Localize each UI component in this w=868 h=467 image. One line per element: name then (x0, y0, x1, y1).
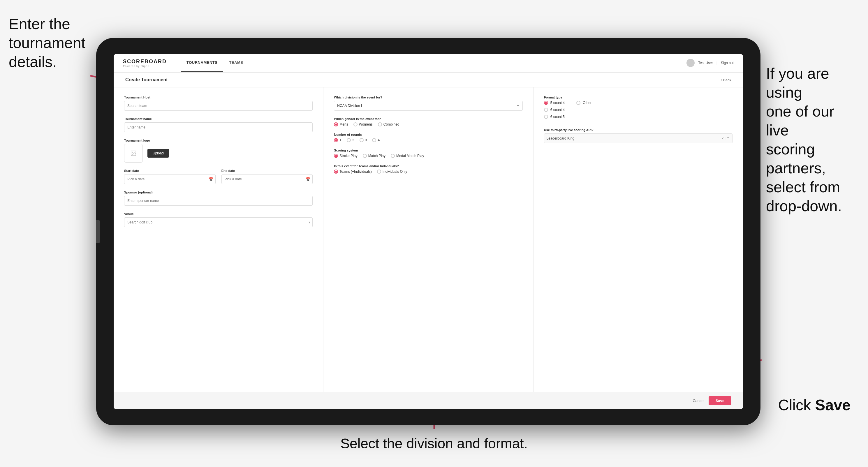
name-input[interactable] (124, 122, 313, 132)
venue-dropdown-icon: ▾ (309, 220, 310, 224)
team-teams[interactable]: Teams (+Individuals) (334, 169, 372, 174)
tablet: SCOREBOARD Powered by clippit TOURNAMENT… (96, 38, 761, 425)
team-label: Is this event for Teams and/or Individua… (334, 164, 522, 168)
back-link[interactable]: ‹ Back (720, 78, 731, 82)
scoring-medal-radio[interactable] (391, 154, 395, 158)
division-label: Which division is the event for? (334, 96, 522, 99)
logo-label: Tournament logo (124, 139, 313, 142)
date-row: Start date 📅 End date 📅 (124, 169, 313, 184)
format-6count5-radio[interactable] (544, 115, 548, 119)
round-3-label: 3 (365, 138, 367, 142)
nav-links: TOURNAMENTS TEAMS (181, 54, 686, 72)
team-individuals-label: Individuals Only (382, 169, 407, 174)
format-other[interactable]: Other (576, 101, 591, 105)
format-other-radio[interactable] (576, 101, 581, 105)
scoring-match-radio[interactable] (363, 154, 367, 158)
nav-teams[interactable]: TEAMS (223, 54, 249, 72)
annotation-top-left: Enter thetournamentdetails. (9, 14, 90, 71)
round-1-radio[interactable] (334, 138, 338, 142)
page-header: Create Tournament ‹ Back (114, 72, 743, 87)
end-date-input[interactable] (221, 174, 313, 184)
form-group-venue: Venue ▾ (124, 212, 313, 227)
sponsor-input[interactable] (124, 196, 313, 206)
gender-combined-radio[interactable] (378, 122, 382, 126)
brand-sub: Powered by clippit (123, 65, 167, 68)
form-group-host: Tournament Host (124, 96, 313, 111)
start-date-label: Start date (124, 169, 216, 173)
sponsor-label: Sponsor (optional) (124, 190, 313, 194)
live-scoring-expand-icon[interactable]: ⌃ (726, 136, 730, 141)
round-3-radio[interactable] (360, 138, 364, 142)
form-group-gender: Which gender is the event for? Mens Wome… (334, 117, 522, 126)
start-date-icon: 📅 (208, 177, 213, 182)
host-input[interactable] (124, 101, 313, 111)
round-2-label: 2 (352, 138, 354, 142)
start-date-input[interactable] (124, 174, 216, 184)
team-individuals-radio[interactable] (377, 169, 381, 174)
live-scoring-clear[interactable]: × (721, 136, 724, 141)
format-5count4-label: 5 count 4 (550, 101, 565, 105)
team-teams-radio[interactable] (334, 169, 338, 174)
gender-label: Which gender is the event for? (334, 117, 522, 121)
round-3[interactable]: 3 (360, 138, 367, 142)
annotation-top-right: If you are usingone of our livescoring p… (766, 64, 859, 216)
start-date-group: Start date 📅 (124, 169, 216, 184)
gender-womens-radio[interactable] (353, 122, 358, 126)
scoring-medal[interactable]: Medal Match Play (391, 154, 424, 158)
gender-combined[interactable]: Combined (378, 122, 400, 126)
rounds-radio-group: 1 2 3 4 (334, 138, 522, 142)
format-6count4[interactable]: 6 count 4 (544, 108, 565, 112)
end-date-icon: 📅 (305, 177, 310, 182)
scoring-stroke-radio[interactable] (334, 154, 338, 158)
nav-signout[interactable]: Sign out (721, 61, 734, 65)
cancel-button[interactable]: Cancel (692, 399, 704, 403)
round-2-radio[interactable] (347, 138, 351, 142)
save-button[interactable]: Save (709, 396, 731, 405)
scoring-stroke[interactable]: Stroke Play (334, 154, 357, 158)
upload-button[interactable]: Upload (148, 149, 169, 158)
gender-mens-label: Mens (339, 122, 348, 126)
form-group-team: Is this event for Teams and/or Individua… (334, 164, 522, 174)
gender-womens[interactable]: Womens (353, 122, 373, 126)
round-1-label: 1 (339, 138, 341, 142)
gender-combined-label: Combined (383, 122, 400, 126)
division-select[interactable]: NCAA Division I (334, 101, 522, 111)
form-group-live-scoring: Use third-party live scoring API? Leader… (544, 128, 733, 143)
live-scoring-value: Leaderboard King (547, 136, 721, 141)
nav-right: Test User | Sign out (686, 59, 734, 67)
gender-radio-group: Mens Womens Combined (334, 122, 522, 126)
team-individuals[interactable]: Individuals Only (377, 169, 407, 174)
brand-name: SCOREBOARD (123, 59, 167, 65)
venue-input[interactable] (124, 217, 313, 227)
tablet-side-button (96, 220, 100, 243)
form-group-dates: Start date 📅 End date 📅 (124, 169, 313, 184)
format-6count5-label: 6 count 5 (550, 115, 565, 119)
end-date-wrap: 📅 (221, 174, 313, 184)
round-4[interactable]: 4 (372, 138, 380, 142)
name-label: Tournament name (124, 117, 313, 121)
format-6count4-radio[interactable] (544, 108, 548, 112)
logo-placeholder (124, 144, 143, 162)
rounds-label: Number of rounds (334, 133, 522, 136)
format-5count4[interactable]: 5 count 4 (544, 101, 565, 105)
gender-womens-label: Womens (359, 122, 373, 126)
form-group-division: Which division is the event for? NCAA Di… (334, 96, 522, 111)
scoring-match[interactable]: Match Play (363, 154, 385, 158)
form-col-1: Tournament Host Tournament name Tourname… (114, 87, 323, 392)
gender-mens[interactable]: Mens (334, 122, 348, 126)
form-group-sponsor: Sponsor (optional) (124, 190, 313, 206)
round-4-radio[interactable] (372, 138, 376, 142)
annotation-bottom-right: Click Save (778, 396, 850, 414)
form-col-3: Format type 5 count 4 6 count 4 (533, 87, 743, 392)
gender-mens-radio[interactable] (334, 122, 338, 126)
nav-avatar (686, 59, 694, 67)
round-1[interactable]: 1 (334, 138, 341, 142)
nav-tournaments[interactable]: TOURNAMENTS (181, 54, 223, 72)
form-group-scoring: Scoring system Stroke Play Match Play (334, 149, 522, 158)
format-options-left: 5 count 4 6 count 4 6 count 5 (544, 101, 565, 122)
format-options-wrap: 5 count 4 6 count 4 6 count 5 (544, 101, 733, 122)
format-6count5[interactable]: 6 count 5 (544, 115, 565, 119)
live-scoring-wrap[interactable]: Leaderboard King × | ⌃ (544, 133, 733, 143)
round-2[interactable]: 2 (347, 138, 354, 142)
format-5count4-radio[interactable] (544, 101, 548, 105)
